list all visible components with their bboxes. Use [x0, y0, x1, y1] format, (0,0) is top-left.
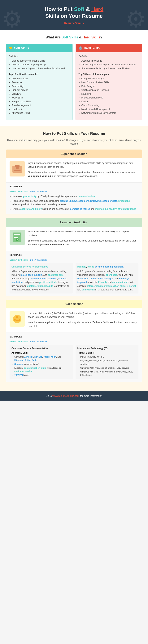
list-item: Increased productivity by 47% by increas… — [12, 195, 138, 198]
legend: Green = soft skills Blue = hard skills — [10, 190, 138, 193]
hard-skills-card: ⚙️ Hard Skills Definition: Acquired know… — [76, 44, 142, 120]
experience-body: In your work experience section, highlig… — [6, 158, 142, 182]
skills-right-col: Information Technology (IT) Technical Sk… — [76, 345, 139, 379]
hard-top-label: Top 10 hard skills examples: — [78, 72, 140, 76]
list-item: Work Ethic — [12, 96, 70, 100]
list-item: Adaptability — [12, 84, 70, 88]
svg-text:✓: ✓ — [16, 239, 18, 241]
list-item: Problem-solving — [12, 88, 70, 92]
list-item: Sometimes reflected by a license or cert… — [82, 67, 140, 70]
skills-columns: 🤝 Soft Skills Definition: Can be conside… — [6, 44, 142, 120]
resume-intro-header: Resume Introduction — [6, 218, 142, 227]
list-item: Creativity — [12, 92, 70, 96]
skills-examples: EXAMPLES : Green = soft skills Blue = ha… — [6, 332, 142, 382]
left-col-title: Customer Service Representative — [12, 265, 71, 268]
skills-left-list: Software: Zendesk, Kayako, Parcel Audit,… — [12, 355, 71, 377]
hard-card-header: ⚙️ Hard Skills — [76, 44, 142, 52]
skills-icon — [12, 313, 23, 325]
gear-icon-right: ⚙ — [126, 2, 146, 36]
experience-examples: EXAMPLES : Green = soft skills Blue = ha… — [6, 182, 142, 214]
how-intro: Think your abilities can only go in your… — [6, 138, 142, 146]
svg-point-13 — [19, 319, 20, 321]
list-item: Excellent communication skills with a fo… — [14, 366, 71, 373]
legend3: Green = soft skills Blue = hard skills — [10, 340, 138, 343]
list-item: Network Structure & Development — [82, 111, 140, 115]
additional-label: Additional Skills: — [12, 351, 71, 354]
soft-skills-card: 🤝 Soft Skills Definition: Can be conside… — [6, 44, 73, 120]
svg-rect-7 — [14, 237, 18, 238]
what-heading: What Are Soft Skills & Hard Skills? — [6, 35, 142, 40]
hard-icon: ⚙️ — [78, 46, 82, 50]
experience-subsection: Experience Section In your work experien… — [6, 150, 142, 214]
experience-examples-label: EXAMPLES : — [10, 185, 138, 188]
list-item: Design — [82, 100, 140, 103]
skills-icon-box — [10, 311, 25, 326]
list-item: Ensure accurate and timely pick-ups and … — [12, 207, 138, 211]
soft-definition-label: Definition: — [9, 55, 70, 58]
experience-icon-box — [10, 161, 25, 176]
skills-header: Skills Section — [6, 300, 142, 308]
what-section: What Are Soft Skills & Hard Skills? 🤝 So… — [0, 30, 148, 126]
hard-definition-label: Definition: — [78, 55, 140, 58]
list-item: OllyDbg, WinDbg, GBD, IDA Pro, PEiD, mal… — [80, 359, 137, 366]
list-item: Leadership — [12, 108, 70, 111]
list-item: Project Management — [82, 96, 140, 100]
svg-rect-5 — [14, 234, 20, 235]
list-item: Data Analysis — [82, 84, 140, 88]
footer-link[interactable]: www.resumegenius.com — [52, 394, 79, 397]
list-item: Taught or gained through on-the-job trai… — [82, 63, 140, 66]
svg-point-12 — [14, 319, 16, 321]
how-section: How to Put Skills on Your Resume Think y… — [0, 126, 148, 391]
svg-rect-6 — [14, 236, 20, 236]
gear-icon-left: ⚙ — [2, 2, 22, 36]
page-footer: Go to www.resumegenius.com for more info… — [0, 391, 148, 401]
list-item: Marketing — [82, 92, 140, 96]
technical-label: Technical Skills: — [78, 351, 137, 354]
resume-intro-left-col: Customer Service Representative with ove… — [10, 263, 73, 294]
resume-intro-examples-label: EXAMPLES : — [10, 253, 138, 257]
list-item: Teamwork — [12, 81, 70, 84]
page-title: How to Put Soft & Hard Skills on Your Re… — [12, 6, 136, 20]
list-item: Time Management — [12, 104, 70, 107]
list-item: Used for interacting with others and cop… — [12, 67, 70, 70]
skills-body: Use your skills section (aka 'Additional… — [6, 308, 142, 332]
list-item: Handle 90+ calls per day, with duties in… — [12, 199, 138, 206]
list-item: Certifications and Licenses — [82, 88, 140, 92]
list-item: Interpersonal Skills — [12, 100, 70, 103]
list-item: Wireshark/TCPView packet analysis, DNS s… — [80, 366, 137, 370]
skills-two-col: Customer Service Representative Addition… — [10, 345, 138, 379]
hard-definition-list: Acquired knowledge Taught or gained thro… — [78, 59, 140, 70]
list-item: Can be considered "people skills" — [12, 59, 70, 62]
list-item: 70 WPM typist — [14, 374, 71, 377]
list-item: Mobile & Web Development — [82, 108, 140, 111]
skills-examples-label: EXAMPLES : — [10, 335, 138, 338]
list-item: Cloud Computing — [82, 104, 140, 107]
list-item: McAfee SIEM/EPO/NSM — [80, 355, 137, 358]
resume-intro-two-col: Customer Service Representative with ove… — [10, 263, 138, 294]
soft-icon: 🤝 — [9, 46, 12, 50]
skills-right-title: Information Technology (IT) — [78, 347, 137, 350]
resume-intro-right-col: Reliable, caring certified nursing assis… — [76, 263, 139, 294]
list-item: Hard Communication Skills — [82, 81, 140, 84]
resume-intro-text: In your resume introduction, showcase on… — [28, 230, 138, 248]
hard-card-title: Hard Skills — [84, 46, 100, 50]
svg-rect-3 — [14, 170, 21, 171]
hard-top-list: Computer Technology Hard Communication S… — [78, 77, 140, 115]
skills-text: Use your skills section (aka 'Additional… — [28, 311, 138, 330]
soft-top-list: Communication Teamwork Adaptability Prob… — [9, 77, 70, 115]
right-col-title: Reliable, caring certified nursing assis… — [78, 265, 137, 268]
soft-definition-list: Can be considered "people skills" Develo… — [9, 59, 70, 70]
brand: ResumeGenius — [12, 21, 136, 25]
resume-intro-icon-box: ✓ — [10, 230, 25, 245]
skills-left-title: Customer Service Representative — [12, 347, 71, 350]
experience-text: In your work experience section, highlig… — [28, 161, 138, 180]
list-item: Communication — [12, 77, 70, 80]
skills-left-col: Customer Service Representative Addition… — [10, 345, 73, 379]
main-container: What Are Soft Skills & Hard Skills? 🤝 So… — [0, 30, 148, 400]
list-item: Software: Zendesk, Kayako, Parcel Audit,… — [14, 355, 71, 362]
soft-top-label: Top 10 soft skills examples: — [9, 72, 70, 76]
right-col-text: with 6+ years of experience caring for e… — [78, 270, 137, 292]
legend2: Green = soft skills Blue = hard skills — [10, 258, 138, 262]
list-item: Develop naturally as you grow up — [12, 63, 70, 66]
soft-card-title: Soft Skills — [14, 46, 29, 50]
